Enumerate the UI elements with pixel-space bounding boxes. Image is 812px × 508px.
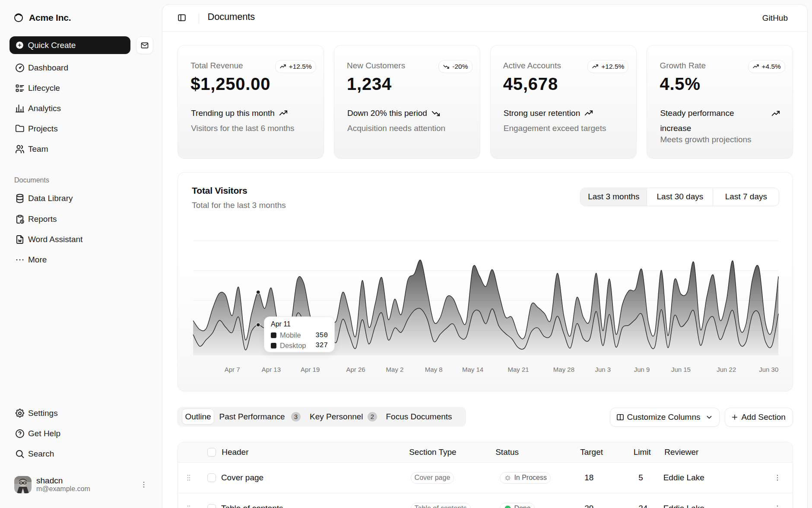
svg-text:Jun 30: Jun 30: [759, 366, 778, 373]
svg-text:Apr 19: Apr 19: [301, 366, 320, 373]
svg-text:Jun 9: Jun 9: [634, 366, 650, 373]
svg-text:Apr 7: Apr 7: [225, 366, 240, 373]
svg-text:May 2: May 2: [386, 366, 404, 373]
svg-text:May 28: May 28: [553, 366, 574, 373]
svg-text:May 14: May 14: [462, 366, 483, 373]
svg-text:Jun 22: Jun 22: [717, 366, 736, 373]
svg-text:Apr 13: Apr 13: [262, 366, 281, 373]
svg-text:Apr 26: Apr 26: [346, 366, 365, 373]
svg-text:Jun 3: Jun 3: [595, 366, 611, 373]
svg-text:Jun 15: Jun 15: [671, 366, 691, 373]
svg-text:May 8: May 8: [425, 366, 443, 373]
svg-text:May 21: May 21: [508, 366, 529, 373]
